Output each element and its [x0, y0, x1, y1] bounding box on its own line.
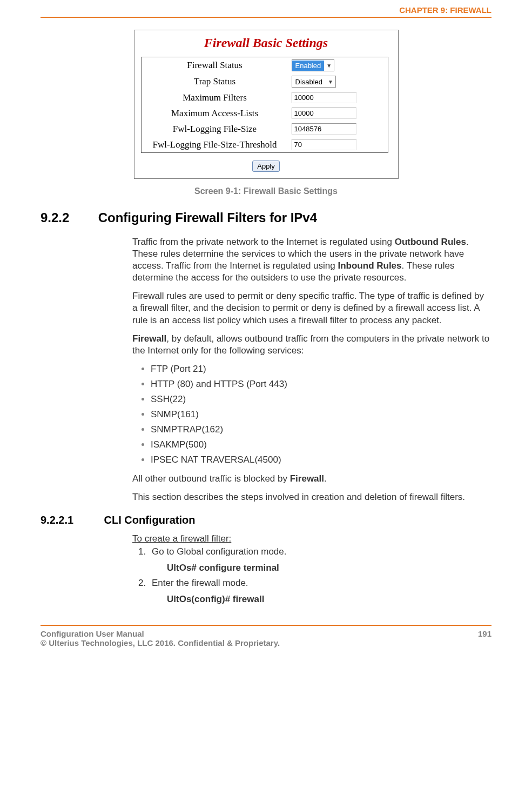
cli-command: UltOs(config)# firewall: [167, 593, 491, 605]
input-log-file-threshold[interactable]: 70: [292, 139, 356, 150]
panel-title: Firewall Basic Settings: [136, 31, 397, 52]
subsection-title: CLI Configuration: [104, 514, 196, 526]
footer-rule: [41, 625, 491, 626]
list-item: SSH(22): [151, 393, 491, 405]
paragraph-blocked: All other outbound traffic is blocked by…: [132, 473, 491, 485]
dropdown-value: Enabled: [292, 61, 325, 71]
input-max-filters[interactable]: 10000: [292, 92, 356, 103]
label-firewall-status: Firewall Status: [141, 57, 288, 74]
dropdown-trap-status[interactable]: Disabled ▼: [292, 76, 336, 88]
chevron-down-icon: ▼: [324, 63, 334, 69]
cli-command: UltOs# configure terminal: [167, 562, 491, 574]
section-number: 9.2.2: [41, 210, 95, 225]
section-title: Configuring Firewall Filters for IPv4: [98, 210, 317, 225]
figure-caption: Screen 9-1: Firewall Basic Settings: [41, 186, 491, 196]
list-item: SNMP(161): [151, 409, 491, 420]
paragraph-outbound-inbound: Traffic from the private network to the …: [132, 236, 491, 284]
row-trap-status: Trap Status Disabled ▼: [141, 74, 388, 90]
label-max-access-lists: Maximum Access-Lists: [141, 105, 288, 121]
footer-manual-title: Configuration User Manual: [41, 629, 280, 638]
label-max-filters: Maximum Filters: [141, 90, 288, 105]
label-trap-status: Trap Status: [141, 74, 288, 90]
subsection-heading: 9.2.2.1 CLI Configuration: [41, 514, 491, 526]
row-max-filters: Maximum Filters 10000: [141, 90, 388, 105]
header-rule: [41, 17, 491, 18]
list-item: HTTP (80) and HTTPS (Port 443): [151, 378, 491, 390]
row-firewall-status: Firewall Status Enabled ▼: [141, 57, 388, 74]
label-log-file-threshold: Fwl-Logging File-Size-Threshold: [141, 137, 288, 153]
dropdown-value: Disabled: [292, 78, 326, 86]
row-log-file-threshold: Fwl-Logging File-Size-Threshold 70: [141, 137, 388, 153]
input-max-access-lists[interactable]: 10000: [292, 108, 356, 119]
footer-copyright: © Ulterius Technologies, LLC 2016. Confi…: [41, 638, 280, 647]
list-item: SNMPTRAP(162): [151, 424, 491, 436]
subsection-number: 9.2.2.1: [41, 514, 101, 526]
paragraph-firewall-rules: Firewall rules are used to permit or den…: [132, 290, 491, 326]
services-list: FTP (Port 21) HTTP (80) and HTTPS (Port …: [132, 363, 491, 466]
list-item: FTP (Port 21): [151, 363, 491, 375]
step-item: Enter the firewall mode. UltOs(config)# …: [149, 577, 491, 605]
paragraph-section-describe: This section describes the steps involve…: [132, 491, 491, 503]
steps-intro: To create a firewall filter:: [132, 533, 491, 545]
firewall-settings-panel: Firewall Basic Settings Firewall Status …: [134, 30, 399, 179]
label-log-file-size: Fwl-Logging File-Size: [141, 121, 288, 137]
row-max-access-lists: Maximum Access-Lists 10000: [141, 105, 388, 121]
chapter-header: CHAPTER 9: FIREWALL: [41, 5, 491, 17]
list-item: IPSEC NAT TRAVERSAL(4500): [151, 454, 491, 466]
paragraph-default-services: Firewall, by default, allows outbound tr…: [132, 333, 491, 357]
apply-button[interactable]: Apply: [252, 161, 280, 172]
row-log-file-size: Fwl-Logging File-Size 1048576: [141, 121, 388, 137]
firewall-settings-table: Firewall Status Enabled ▼ Trap Status Di…: [141, 57, 388, 153]
section-heading: 9.2.2 Configuring Firewall Filters for I…: [41, 210, 491, 225]
dropdown-firewall-status[interactable]: Enabled ▼: [292, 59, 335, 71]
steps-list: Go to Global configuration mode. UltOs# …: [132, 546, 491, 605]
page-footer: Configuration User Manual © Ulterius Tec…: [41, 629, 491, 647]
input-log-file-size[interactable]: 1048576: [292, 123, 356, 135]
page-number: 191: [478, 629, 491, 647]
list-item: ISAKMP(500): [151, 439, 491, 451]
chevron-down-icon: ▼: [326, 79, 335, 85]
step-item: Go to Global configuration mode. UltOs# …: [149, 546, 491, 574]
